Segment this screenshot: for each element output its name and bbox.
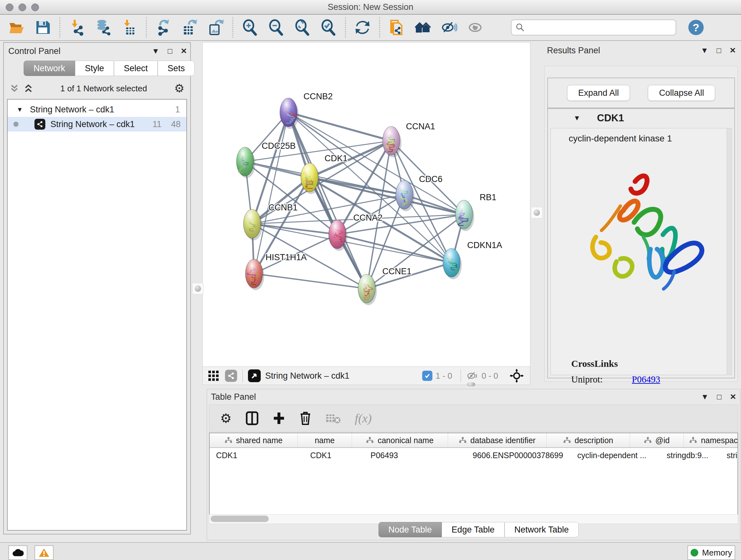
table-cell[interactable]: stringdb [720, 448, 738, 462]
show-glass-icon[interactable] [466, 18, 484, 37]
cloud-status-button[interactable] [8, 545, 27, 560]
zoom-in-icon[interactable] [241, 18, 259, 37]
network-edge[interactable] [254, 112, 288, 273]
fit-content-crosshair-icon[interactable] [510, 369, 524, 383]
crosslinks-title: CrossLinks [571, 358, 726, 369]
crosslink-link[interactable]: P06493 [632, 374, 660, 385]
table-cell[interactable]: P06493 [364, 448, 466, 462]
bottom-splitter-handle[interactable] [465, 382, 477, 387]
grid-view-icon[interactable] [208, 370, 219, 381]
selected-checkbox[interactable] [422, 371, 432, 381]
network-node-RB1[interactable]: RB1 [455, 192, 496, 231]
string-share-icon[interactable] [225, 370, 237, 382]
network-edge[interactable] [252, 178, 310, 224]
collapse-triangle-icon[interactable]: ▼ [17, 106, 23, 113]
collapse-triangle-icon[interactable]: ▼ [574, 114, 581, 122]
right-splitter-handle[interactable] [531, 207, 542, 219]
network-options-gear-icon[interactable]: ⚙ [174, 82, 185, 95]
column-header-canonicalname[interactable]: canonical name [352, 433, 448, 447]
close-panel-icon[interactable]: ✕ [181, 47, 187, 55]
birdseye-view-icon[interactable] [248, 369, 261, 382]
export-network-icon[interactable] [154, 18, 172, 37]
help-icon[interactable]: ? [688, 20, 704, 35]
network-edge[interactable] [254, 273, 367, 289]
scrollbar-thumb[interactable] [211, 516, 269, 522]
table-cell[interactable]: CDK1 [210, 448, 304, 462]
table-cell[interactable]: 9606.ENSP00000378699 [466, 448, 571, 462]
memory-button[interactable]: Memory [687, 545, 735, 560]
network-node-CCNA1[interactable]: CCNA1 [383, 122, 435, 158]
left-splitter-handle[interactable] [192, 283, 204, 294]
network-node-CDKN1A[interactable]: CDKN1A [443, 240, 502, 279]
panel-menu-icon[interactable]: ▼ [701, 47, 709, 54]
float-panel-icon[interactable]: □ [717, 393, 722, 401]
show-columns-icon[interactable] [246, 411, 259, 425]
zoom-fit-icon[interactable] [293, 18, 311, 37]
memory-label: Memory [702, 548, 732, 558]
float-panel-icon[interactable]: □ [167, 47, 172, 55]
network-edge[interactable] [252, 224, 337, 234]
tab-node-table[interactable]: Node Table [379, 522, 442, 537]
network-collection-label: String Network – cdk1 [30, 105, 114, 115]
collapse-all-icon[interactable] [10, 83, 19, 94]
import-network-icon[interactable] [68, 18, 86, 37]
expand-all-icon[interactable] [23, 83, 33, 94]
network-collection-row[interactable]: ▼ String Network – cdk1 1 [8, 102, 186, 117]
tab-edge-table[interactable]: Edge Table [442, 522, 504, 537]
open-file-icon[interactable] [8, 18, 25, 37]
tab-select[interactable]: Select [114, 61, 158, 76]
column-header-name[interactable]: name [298, 433, 352, 447]
column-type-icon [563, 437, 571, 444]
tab-network-table[interactable]: Network Table [504, 522, 579, 537]
results-scrollbar[interactable] [727, 128, 732, 375]
delete-column-icon[interactable] [299, 411, 312, 426]
zoom-selected-icon[interactable] [320, 18, 337, 37]
import-table-icon[interactable] [120, 18, 138, 37]
zoom-out-icon[interactable] [267, 18, 285, 37]
collapse-all-button[interactable]: Collapse All [648, 85, 715, 101]
warning-status-button[interactable] [35, 545, 54, 560]
column-header-databaseidentifier[interactable]: database identifier [448, 433, 547, 447]
search-field[interactable] [511, 19, 676, 36]
clone-network-icon[interactable] [388, 18, 406, 37]
table-tabs: Node TableEdge TableNetwork Table [379, 522, 579, 537]
column-header-sharedname[interactable]: shared name [210, 433, 298, 447]
tab-sets[interactable]: Sets [158, 61, 195, 76]
column-header-namespace[interactable]: namespace [684, 433, 738, 447]
network-canvas[interactable]: CCNB2CCNA1CDC25BCDK1CDC6RB1CCNB1CCNA2CDK… [202, 42, 530, 367]
table-row[interactable]: CDK1CDK1P064939606.ENSP00000378699cyclin… [210, 448, 738, 462]
network-node-HIST1H1A[interactable]: HIST1H1A [246, 253, 307, 290]
table-cell[interactable]: cyclin-dependent ... [571, 448, 660, 462]
table-cell[interactable]: CDK1 [304, 448, 364, 462]
table-header-row: shared namenamecanonical namedatabase id… [210, 433, 738, 448]
export-image-icon[interactable] [207, 18, 225, 37]
tab-network[interactable]: Network [23, 61, 75, 76]
close-panel-icon[interactable]: ✕ [730, 393, 736, 401]
panel-menu-icon[interactable]: ▼ [152, 47, 159, 55]
network-row[interactable]: String Network – cdk1 11 48 [8, 117, 186, 132]
column-header-id[interactable]: @id [630, 433, 684, 447]
float-panel-icon[interactable]: □ [717, 47, 721, 54]
clear-table-icon[interactable] [326, 413, 341, 424]
hide-glass-icon[interactable] [440, 18, 458, 37]
panel-menu-icon[interactable]: ▼ [701, 393, 709, 401]
column-header-description[interactable]: description [547, 433, 630, 447]
import-database-icon[interactable] [94, 18, 112, 37]
tab-style[interactable]: Style [75, 61, 114, 76]
table-cell[interactable]: stringdb:9... [660, 448, 720, 462]
refresh-icon[interactable] [354, 18, 372, 37]
expand-all-button[interactable]: Expand All [567, 85, 630, 101]
title-bar: Session: New Session [0, 0, 741, 15]
search-input[interactable] [525, 22, 660, 33]
table-settings-gear-icon[interactable]: ⚙ [220, 411, 232, 426]
formula-icon[interactable]: f(x) [355, 411, 372, 425]
string-home-icon[interactable] [414, 18, 432, 37]
node-table[interactable]: shared namenamecanonical namedatabase id… [209, 433, 738, 515]
close-panel-icon[interactable]: ✕ [730, 47, 736, 54]
add-column-icon[interactable] [273, 411, 285, 425]
network-edge[interactable] [288, 112, 367, 289]
network-node-CCNE1[interactable]: CCNE1 [358, 266, 412, 305]
network-edge[interactable] [288, 112, 464, 214]
export-table-icon[interactable] [181, 18, 199, 37]
save-session-icon[interactable] [34, 18, 52, 37]
